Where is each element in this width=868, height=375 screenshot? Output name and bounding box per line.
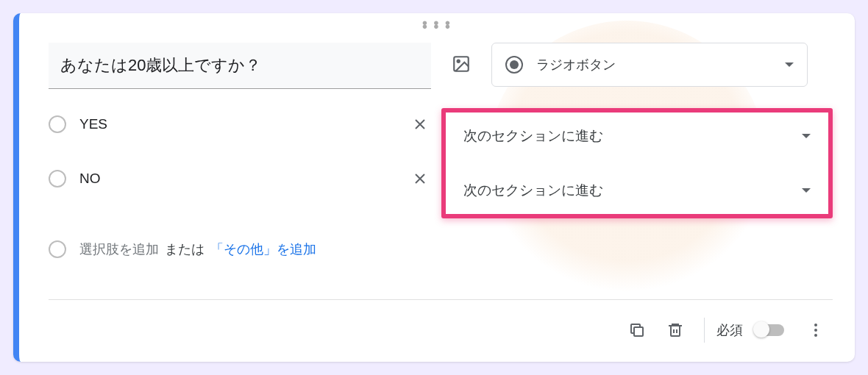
required-label: 必須 [716,321,743,339]
svg-point-1 [458,60,460,63]
question-header: ラジオボタン [19,13,855,89]
add-image-button[interactable] [444,47,478,81]
svg-point-5 [814,329,817,332]
kebab-icon [807,321,825,339]
section-goto-label: 次のセクションに進む [463,126,802,146]
remove-option-button[interactable] [408,166,433,191]
required-toggle[interactable] [755,324,784,336]
section-goto-dropdown[interactable]: 次のセクションに進む [446,120,828,152]
question-card: ● ● ● ● ● ● ラジオボタン YES [13,13,855,362]
add-option-row: 選択肢を追加 または 「その他」を追加 [49,240,833,258]
section-goto-dropdown[interactable]: 次のセクションに進む [446,174,828,207]
option-label[interactable]: YES [79,116,408,132]
close-icon [411,115,429,133]
toggle-thumb [753,321,769,338]
radio-outline-icon[interactable] [49,115,66,133]
section-routing-highlight: 次のセクションに進む 次のセクションに進む [441,108,833,218]
question-text-input[interactable] [49,43,431,89]
chevron-down-icon [802,134,811,138]
divider [704,318,705,343]
delete-button[interactable] [658,313,692,347]
chevron-down-icon [785,63,794,67]
question-type-label: ラジオボタン [536,56,772,74]
radio-outline-icon [49,240,66,258]
radio-icon [505,56,523,74]
more-options-button[interactable] [799,313,833,347]
svg-rect-3 [671,326,680,336]
image-icon [452,54,471,74]
copy-icon [628,321,646,339]
question-footer: 必須 [49,299,833,347]
option-row: YES [49,108,433,140]
trash-icon [666,321,684,339]
remove-option-button[interactable] [408,112,433,137]
radio-outline-icon[interactable] [49,170,66,188]
add-option-placeholder[interactable]: 選択肢を追加 [79,240,159,258]
svg-point-4 [814,324,817,326]
option-row: NO [49,162,433,195]
svg-point-6 [814,334,817,337]
add-other-button[interactable]: 「その他」を追加 [210,240,316,258]
question-body: YES NO 次のセクションに進む [19,89,855,258]
close-icon [411,170,429,188]
duplicate-button[interactable] [620,313,654,347]
svg-rect-2 [634,327,643,336]
chevron-down-icon [802,188,811,193]
add-or-text: または [165,240,204,258]
question-type-dropdown[interactable]: ラジオボタン [491,43,808,87]
option-label[interactable]: NO [79,171,408,187]
section-goto-label: 次のセクションに進む [463,181,802,200]
